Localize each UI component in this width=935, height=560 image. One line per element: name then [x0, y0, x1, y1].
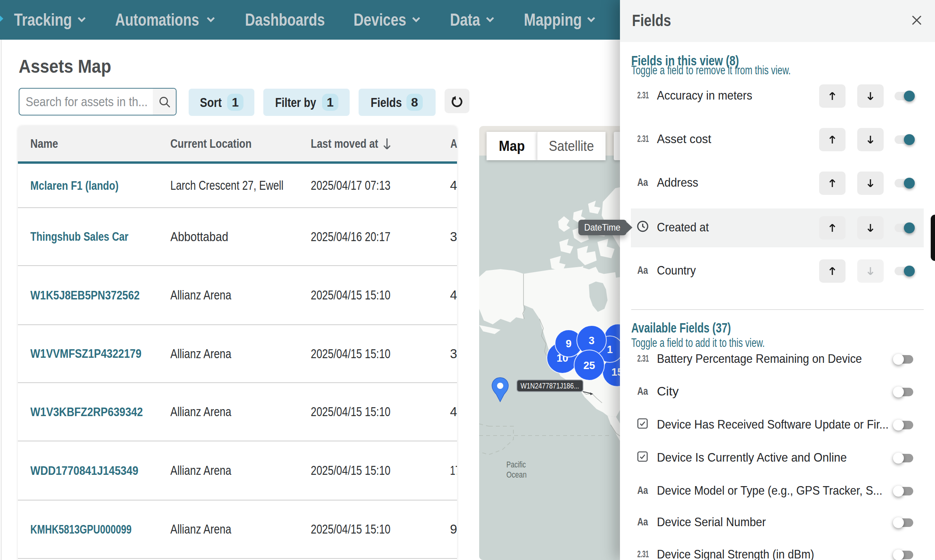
- svg-text:3: 3: [588, 335, 594, 346]
- svg-text:Pacific: Pacific: [506, 460, 526, 469]
- svg-text:1: 1: [607, 344, 613, 355]
- svg-text:25: 25: [583, 360, 595, 371]
- svg-text:9: 9: [566, 338, 571, 350]
- svg-text:Ocean: Ocean: [506, 470, 527, 480]
